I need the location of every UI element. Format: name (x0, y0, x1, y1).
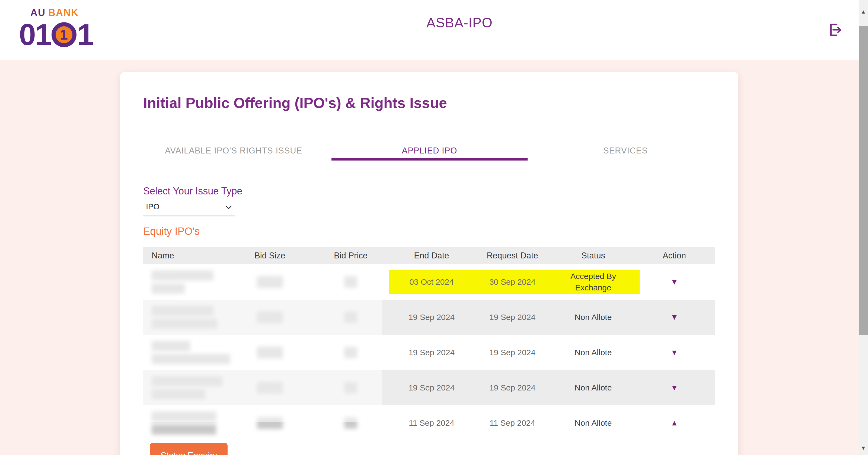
table-row[interactable]: 03 Oct 2024 30 Sep 2024 Accepted By Exch… (143, 264, 715, 300)
request-date-cell: 19 Sep 2024 (472, 383, 553, 392)
issue-type-select[interactable]: IPO (143, 200, 235, 216)
status-enquiry-button[interactable]: Status Enquiry (150, 443, 227, 455)
request-date-cell: 30 Sep 2024 (472, 278, 553, 287)
ipo-card: Initial Public Offering (IPO's) & Rights… (120, 72, 738, 455)
card-heading: Initial Public Offering (IPO's) & Rights… (143, 94, 447, 111)
table-header-row: Name Bid Size Bid Price End Date Request… (143, 247, 715, 264)
status-cell: Non Allote (553, 417, 633, 429)
bid-price-redacted (310, 276, 391, 288)
end-date-cell: 03 Oct 2024 (391, 278, 472, 287)
bid-price-redacted (310, 382, 391, 393)
collapse-row-icon[interactable]: ▲ (671, 419, 678, 427)
status-cell: Non Allote (553, 347, 633, 358)
ipo-name-redacted (143, 376, 229, 399)
logout-icon (826, 35, 844, 39)
expand-row-icon[interactable]: ▼ (671, 314, 678, 321)
vertical-scrollbar[interactable]: ▲ ▼ (859, 0, 868, 455)
end-date-cell: 19 Sep 2024 (391, 383, 472, 392)
scroll-down-icon[interactable]: ▼ (859, 445, 868, 451)
bid-size-redacted (229, 276, 310, 288)
bid-size-redacted (229, 382, 310, 394)
bid-price-redacted (310, 347, 391, 358)
col-header-end-date: End Date (391, 251, 472, 261)
logo-brand-text: AUBANK (30, 7, 93, 19)
expand-row-icon[interactable]: ▼ (671, 278, 678, 286)
scroll-up-icon[interactable]: ▲ (859, 9, 868, 15)
col-header-name: Name (143, 251, 229, 261)
col-header-bid-price: Bid Price (310, 251, 391, 261)
page-title: ASBA-IPO (426, 15, 493, 31)
col-header-bid-size: Bid Size (229, 251, 310, 261)
logo-digits-after: 1 (77, 20, 93, 50)
expand-row-icon[interactable]: ▼ (671, 384, 678, 392)
bid-size-redacted (229, 347, 310, 358)
ipo-name-redacted (143, 305, 229, 329)
au-bank-logo: AUBANK 0111 (19, 7, 93, 50)
issue-type-label: Select Your Issue Type (143, 186, 243, 197)
table-row[interactable]: 11 Sep 2024 11 Sep 2024 Non Allote ▲ (143, 405, 715, 441)
table-row[interactable]: 19 Sep 2024 19 Sep 2024 Non Allote ▼ (143, 335, 715, 370)
logo-ring-digit: 1 (60, 28, 68, 42)
status-cell: Accepted By Exchange (553, 271, 633, 293)
logo-digits-before: 01 (19, 20, 51, 50)
request-date-cell: 11 Sep 2024 (472, 418, 553, 428)
end-date-cell: 19 Sep 2024 (391, 313, 472, 322)
issue-type-selected-value: IPO (146, 202, 159, 211)
col-header-request-date: Request Date (472, 251, 553, 261)
ipo-name-redacted (143, 341, 229, 364)
end-date-cell: 11 Sep 2024 (391, 418, 472, 428)
col-header-action: Action (633, 251, 715, 261)
logo-ring-icon: 1 (52, 22, 76, 47)
active-tab-indicator (332, 158, 528, 161)
end-date-cell: 19 Sep 2024 (391, 348, 472, 357)
equity-ipos-title: Equity IPO's (143, 226, 199, 237)
top-header: AUBANK 0111 ASBA-IPO (0, 0, 868, 60)
bid-price-redacted (310, 312, 391, 323)
ipo-name-redacted (143, 411, 229, 435)
request-date-cell: 19 Sep 2024 (472, 348, 553, 357)
applied-ipo-table: Name Bid Size Bid Price End Date Request… (143, 247, 715, 441)
ipo-name-redacted (143, 270, 229, 294)
scrollbar-thumb[interactable] (859, 26, 868, 335)
table-row[interactable]: 19 Sep 2024 19 Sep 2024 Non Allote ▼ (143, 300, 715, 335)
request-date-cell: 19 Sep 2024 (472, 313, 553, 322)
bid-price-redacted (310, 417, 391, 429)
logo-bank-text: BANK (48, 7, 79, 18)
bid-size-redacted (229, 417, 310, 429)
expand-row-icon[interactable]: ▼ (671, 349, 678, 356)
logout-button[interactable] (826, 21, 844, 38)
status-cell: Non Allote (553, 312, 633, 323)
bid-size-redacted (229, 311, 310, 323)
logo-0101: 0111 (19, 20, 93, 50)
col-header-status: Status (553, 251, 633, 261)
page: { "colors": { "brand_purple": "#7b2a85",… (0, 0, 868, 455)
table-row[interactable]: 19 Sep 2024 19 Sep 2024 Non Allote ▼ (143, 370, 715, 405)
status-cell: Non Allote (553, 382, 633, 393)
logo-au-text: AU (30, 7, 45, 18)
chevron-down-icon (226, 203, 232, 209)
